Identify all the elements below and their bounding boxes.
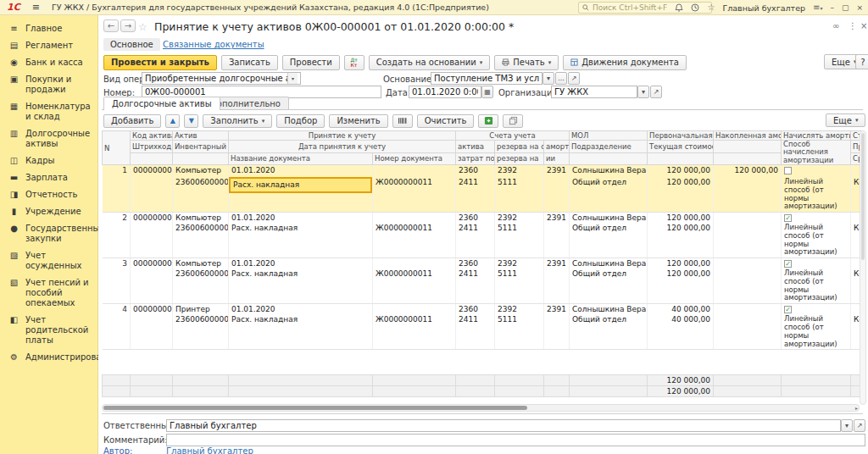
basis-label: Основание:: [383, 75, 435, 84]
sidebar-item-uchrezhdenie[interactable]: ▮Учреждение: [0, 203, 97, 220]
table-row[interactable]: 236006000002 Расх. накладная Ж0000000011…: [103, 223, 863, 258]
sidebar-item-roditelskaya-plata[interactable]: ◧Учет родительской платы: [0, 312, 97, 349]
history-icon[interactable]: [691, 3, 699, 12]
h-scrollbar-thumb[interactable]: [103, 406, 527, 410]
col-accum-amort: Накопленная амортизация: [714, 131, 782, 141]
favorite-star-icon[interactable]: ☆: [138, 21, 147, 33]
pick-button[interactable]: Подбор: [276, 114, 325, 128]
post-button[interactable]: Провести: [282, 55, 340, 70]
sidebar-item-kadry[interactable]: ◫Кадры: [0, 152, 97, 169]
scroll-right-arrow[interactable]: ▸: [855, 405, 858, 411]
sidebar-item-administrirovanie[interactable]: ⚙Администрирование: [0, 349, 97, 366]
current-user[interactable]: Главный бухгалтер: [722, 3, 805, 13]
col-acc-asset: актива: [456, 141, 495, 153]
dtkt-postings-button[interactable]: ДтКт: [344, 55, 364, 70]
doc-name-edit-cell[interactable]: Расх. накладная: [229, 177, 372, 193]
v-scrollbar[interactable]: [860, 130, 866, 405]
date-input[interactable]: 01.01.2020 0:00:00: [409, 86, 481, 98]
maximize-button[interactable]: ▢: [842, 3, 849, 12]
chevron-down-icon[interactable]: ▾: [287, 73, 298, 84]
col-acc-cost: затрат по: [456, 152, 495, 165]
minimize-button[interactable]: –: [830, 3, 834, 12]
import-button[interactable]: [478, 114, 498, 128]
basis-open-button[interactable]: ↗: [568, 72, 580, 85]
main-menu-icon[interactable]: ≡: [32, 2, 40, 13]
barcode-button[interactable]: [392, 114, 413, 128]
clear-button[interactable]: Очистить: [417, 114, 475, 128]
close-document-button[interactable]: ×: [860, 21, 867, 30]
charge-amort-checkbox[interactable]: [784, 306, 792, 313]
responsible-input[interactable]: Главный бухгалтер: [166, 419, 841, 432]
table-row[interactable]: 4 0000000004 Принтер 01.01.2020 2360 239…: [103, 304, 863, 315]
sidebar-item-nomenklatura-sklad[interactable]: ▦Номенклатура и склад: [0, 98, 97, 125]
sidebar-item-uchet-osuzhdennyh[interactable]: ▨Учет осужденных: [0, 247, 97, 274]
sidebar-item-dolgosrochnye-aktivy[interactable]: ▥Долгосрочные активы: [0, 125, 97, 152]
totals-row: 120 000,00: [103, 375, 863, 386]
comment-input[interactable]: [166, 434, 865, 446]
charge-amort-checkbox[interactable]: [784, 214, 792, 222]
operation-select[interactable]: Приобретенные долгосрочные активы▾: [142, 72, 301, 85]
save-button[interactable]: Записать: [221, 55, 278, 70]
move-up-button[interactable]: ▲: [165, 114, 180, 128]
notifications-icon[interactable]: [675, 3, 683, 12]
sidebar-item-zarplata[interactable]: ▬Зарплата: [0, 169, 97, 186]
document-title: Принятие к учету активов 0Ж00-000001 от …: [154, 20, 514, 33]
copy-button[interactable]: [503, 114, 523, 128]
org-open-button[interactable]: ↗: [650, 86, 662, 98]
table-row[interactable]: 236006000001 Расх. накладная Ж0000000011…: [103, 177, 863, 213]
document-movements-button[interactable]: Движения документа: [563, 55, 687, 70]
sidebar-item-glavnoe[interactable]: ≡Главное: [0, 20, 97, 37]
tab-long-term-assets[interactable]: Долгосрочные активы: [103, 97, 220, 110]
create-based-on-button[interactable]: Создать на основании▾: [369, 55, 491, 70]
responsible-open-button[interactable]: ↗: [854, 419, 865, 432]
link-icon[interactable]: ∞: [832, 21, 839, 30]
author-value[interactable]: Главный бухгалтер: [166, 446, 253, 454]
v-scrollbar-thumb[interactable]: [861, 133, 865, 260]
org-dropdown-button[interactable]: ▾: [637, 86, 649, 98]
h-scrollbar[interactable]: ▸: [102, 404, 860, 412]
table-bottom-divider: [102, 413, 863, 414]
table-more-button[interactable]: Еще▾: [826, 114, 865, 127]
col-n: N: [103, 131, 131, 165]
help-button[interactable]: ?: [855, 54, 868, 69]
calendar-button[interactable]: ▦: [481, 86, 493, 98]
back-button[interactable]: ←: [103, 19, 119, 32]
tab-main[interactable]: Основное: [103, 38, 160, 51]
favorites-icon[interactable]: ☆: [707, 3, 715, 12]
org-input[interactable]: ГУ ЖКХ: [551, 86, 637, 98]
basis-dropdown-button[interactable]: ▾: [542, 72, 554, 85]
col-mol: МОЛ: [570, 131, 648, 141]
basis-ellipsis-button[interactable]: ...: [555, 72, 567, 85]
edit-button[interactable]: Изменить: [329, 114, 387, 128]
charge-amort-checkbox[interactable]: [784, 260, 792, 268]
charge-amort-checkbox[interactable]: [784, 167, 792, 174]
view-settings-icon[interactable]: ≡▾: [813, 3, 822, 12]
kebab-menu-icon[interactable]: ⋮: [849, 21, 857, 30]
col-inventory: Инвентарный номер: [173, 141, 229, 153]
post-and-close-button[interactable]: Провести и закрыть: [103, 55, 217, 70]
table-row[interactable]: 1 0000000001 Компьютер 01.01.2020 2360 2…: [103, 165, 863, 178]
add-row-button[interactable]: Добавить: [103, 114, 161, 128]
close-window-button[interactable]: ×: [856, 3, 863, 12]
assets-icon: ▥: [8, 129, 19, 139]
table-row[interactable]: 236006000003 Расх. накладная Ж0000000011…: [103, 269, 863, 304]
forward-button[interactable]: →: [120, 19, 136, 32]
basis-input[interactable]: Поступление ТМЗ и услуг 0Ж00-000002 от: [431, 72, 542, 85]
document-window: ← → ☆ Принятие к учету активов 0Ж00-0000…: [98, 15, 868, 454]
table-row[interactable]: 236006000004 Расх. накладная Ж0000000011…: [103, 314, 863, 350]
print-button[interactable]: Печать▾: [494, 55, 559, 70]
sidebar-item-uchet-pensij[interactable]: ▧Учет пенсий и пособий опекаемых: [0, 274, 97, 312]
sidebar-item-reglament[interactable]: ▤Регламент: [0, 37, 97, 54]
sidebar-item-pokupki-prodazhi[interactable]: ▣Покупки и продажи: [0, 71, 97, 98]
move-down-button[interactable]: ▼: [184, 114, 198, 128]
fill-button[interactable]: Заполнить▾: [203, 114, 272, 128]
sidebar-item-goszakupki[interactable]: ●Государственные закупки: [0, 220, 97, 247]
responsible-dropdown-button[interactable]: ▾: [841, 419, 853, 432]
sidebar-item-otchetnost[interactable]: ◨Отчетность: [0, 186, 97, 203]
table-row[interactable]: 3 0000000003 Компьютер 01.01.2020 2360 2…: [103, 258, 863, 269]
sidebar-item-bank-kassa[interactable]: ◉Банк и касса: [0, 54, 97, 71]
tab-linked-documents[interactable]: Связанные документы: [163, 40, 264, 49]
table-row[interactable]: 2 0000000002 Компьютер 01.01.2020 2360 2…: [103, 213, 863, 224]
author-label: Автор:: [103, 446, 132, 454]
col-department: Подразделение: [570, 141, 648, 153]
